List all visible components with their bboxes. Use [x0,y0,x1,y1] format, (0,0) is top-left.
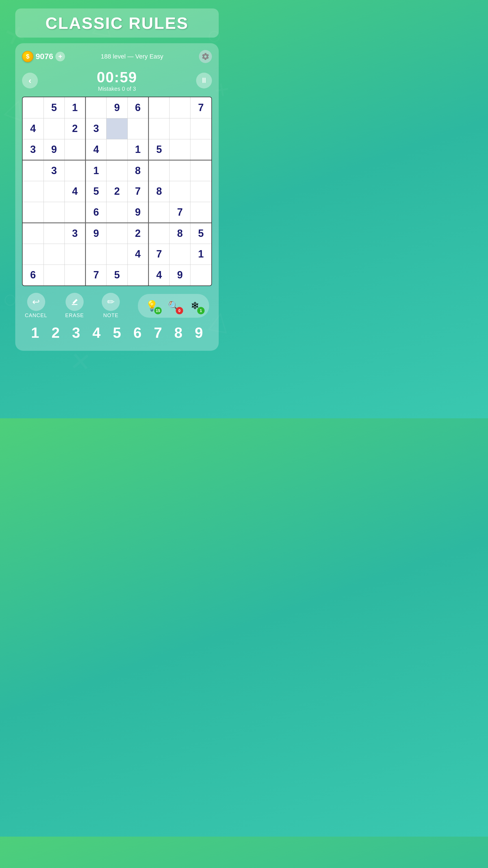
number-input-8[interactable]: 8 [168,324,189,341]
sudoku-cell[interactable]: 2 [64,118,85,139]
sudoku-cell[interactable] [169,118,191,139]
sudoku-cell[interactable]: 3 [23,139,43,160]
sudoku-cell[interactable] [191,118,212,139]
sudoku-cell[interactable] [106,202,127,223]
sudoku-cell[interactable] [106,118,127,139]
number-input-5[interactable]: 5 [107,324,127,341]
sudoku-cell[interactable] [191,139,212,160]
sudoku-cell[interactable]: 7 [148,244,169,265]
sudoku-cell[interactable] [191,160,212,181]
sudoku-cell[interactable] [86,244,106,265]
sudoku-cell[interactable]: 2 [127,223,148,244]
sudoku-cell[interactable] [169,139,191,160]
sudoku-cell[interactable] [106,139,127,160]
sudoku-cell[interactable]: 7 [169,202,191,223]
sudoku-cell[interactable] [43,118,64,139]
sudoku-cell[interactable]: 4 [127,244,148,265]
number-input-4[interactable]: 4 [86,324,106,341]
sudoku-cell[interactable] [64,265,85,285]
number-input-7[interactable]: 7 [148,324,168,341]
sudoku-cell[interactable]: 1 [64,97,85,118]
sudoku-cell[interactable]: 1 [127,139,148,160]
sudoku-cell[interactable] [191,181,212,202]
freeze-button[interactable]: ❄ 1 [187,297,203,314]
sudoku-cell[interactable]: 4 [148,265,169,285]
sudoku-cell[interactable] [169,181,191,202]
sudoku-cell[interactable] [169,97,191,118]
sudoku-cell[interactable]: 7 [127,181,148,202]
sudoku-cell[interactable]: 6 [86,202,106,223]
magnify-button[interactable]: 🔍 7 0 [165,297,182,314]
sudoku-cell[interactable]: 9 [106,97,127,118]
sudoku-cell[interactable] [23,244,43,265]
sudoku-cell[interactable] [169,160,191,181]
sudoku-cell[interactable] [127,265,148,285]
pause-button[interactable]: ⏸ [196,73,212,89]
sudoku-cell[interactable]: 9 [86,223,106,244]
sudoku-cell[interactable] [191,202,212,223]
number-input-2[interactable]: 2 [45,324,66,341]
sudoku-cell[interactable] [148,202,169,223]
sudoku-cell[interactable]: 9 [43,139,64,160]
back-button[interactable]: ‹ [22,73,38,89]
sudoku-cell[interactable]: 8 [148,181,169,202]
sudoku-cell[interactable]: 4 [86,139,106,160]
sudoku-cell[interactable] [127,118,148,139]
sudoku-cell[interactable]: 9 [169,265,191,285]
sudoku-cell[interactable] [43,181,64,202]
sudoku-cell[interactable]: 4 [64,181,85,202]
number-input-6[interactable]: 6 [127,324,148,341]
sudoku-cell[interactable] [23,223,43,244]
sudoku-cell[interactable] [43,244,64,265]
sudoku-cell[interactable] [43,202,64,223]
sudoku-cell[interactable]: 3 [43,160,64,181]
sudoku-cell[interactable] [106,223,127,244]
sudoku-cell[interactable] [43,265,64,285]
sudoku-cell[interactable] [148,160,169,181]
sudoku-cell[interactable]: 3 [86,118,106,139]
sudoku-cell[interactable] [106,244,127,265]
erase-button[interactable]: ERASE [65,293,84,318]
sudoku-cell[interactable]: 4 [23,118,43,139]
hint-button[interactable]: 💡 15 [143,297,161,314]
sudoku-cell[interactable] [64,202,85,223]
sudoku-cell[interactable] [23,97,43,118]
sudoku-cell[interactable]: 5 [86,181,106,202]
sudoku-cell[interactable]: 5 [191,223,212,244]
sudoku-cell[interactable] [64,244,85,265]
sudoku-cell[interactable]: 1 [191,244,212,265]
sudoku-cell[interactable]: 8 [127,160,148,181]
sudoku-grid[interactable]: 5196742339415318452786973928547167549 [22,97,212,286]
sudoku-cell[interactable]: 3 [64,223,85,244]
sudoku-cell[interactable] [106,160,127,181]
add-coins-button[interactable]: + [55,52,65,61]
sudoku-cell[interactable]: 5 [148,139,169,160]
cancel-button[interactable]: ↩ CANCEL [25,293,47,318]
sudoku-cell[interactable] [86,97,106,118]
sudoku-cell[interactable] [43,223,64,244]
sudoku-cell[interactable]: 7 [191,97,212,118]
sudoku-cell[interactable]: 7 [86,265,106,285]
sudoku-cell[interactable]: 6 [23,265,43,285]
sudoku-cell[interactable]: 5 [43,97,64,118]
sudoku-cell[interactable] [148,118,169,139]
sudoku-cell[interactable]: 9 [127,202,148,223]
number-input-1[interactable]: 1 [25,324,45,341]
sudoku-cell[interactable] [23,202,43,223]
sudoku-cell[interactable]: 6 [127,97,148,118]
sudoku-cell[interactable]: 5 [106,265,127,285]
number-input-3[interactable]: 3 [66,324,86,341]
sudoku-cell[interactable] [169,244,191,265]
sudoku-cell[interactable] [191,265,212,285]
sudoku-cell[interactable]: 2 [106,181,127,202]
sudoku-cell[interactable] [64,139,85,160]
sudoku-cell[interactable] [148,223,169,244]
sudoku-cell[interactable]: 8 [169,223,191,244]
sudoku-cell[interactable] [23,181,43,202]
settings-button[interactable] [199,50,212,63]
sudoku-cell[interactable]: 1 [86,160,106,181]
number-input-9[interactable]: 9 [189,324,209,341]
sudoku-cell[interactable] [64,160,85,181]
sudoku-cell[interactable] [148,97,169,118]
note-button[interactable]: ✏ NOTE [102,293,120,318]
